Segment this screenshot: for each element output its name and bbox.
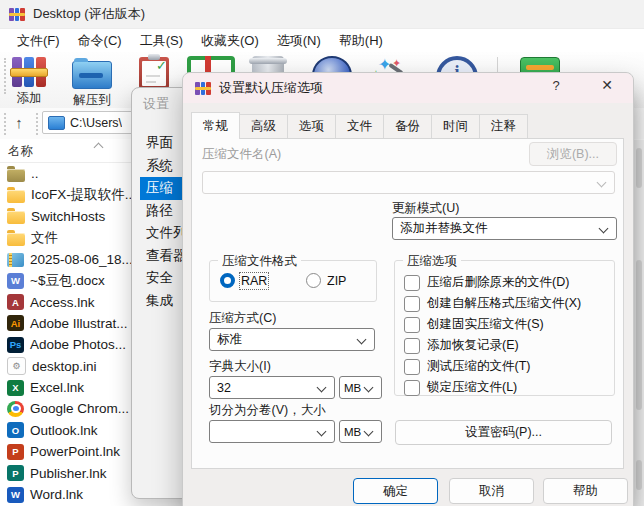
update-mode-label: 更新模式(U) [392, 200, 459, 217]
folder-icon [7, 233, 25, 246]
radio-dot [306, 273, 321, 288]
menu-file[interactable]: 文件(F) [8, 30, 69, 52]
checkbox [404, 296, 420, 312]
split-volumes-label: 切分为分卷(V)，大小 [209, 402, 326, 419]
cancel-button[interactable]: 取消 [449, 478, 534, 504]
dictionary-unit-combo[interactable]: MB [339, 376, 382, 399]
solid-checkbox[interactable]: 创建固实压缩文件(S) [404, 316, 544, 333]
vertical-scrollbar[interactable] [633, 140, 644, 506]
checkbox [404, 317, 420, 333]
access-icon: A [7, 294, 24, 310]
dialog-close-button[interactable]: ✕ [595, 77, 619, 99]
zip-radio[interactable]: ZIP [306, 273, 346, 288]
compression-method-combo[interactable]: 标准 [209, 328, 375, 351]
checkbox [404, 275, 420, 291]
sfx-checkbox[interactable]: 创建自解压格式压缩文件(X) [404, 295, 581, 312]
update-mode-combo[interactable]: 添加并替换文件 [392, 217, 617, 240]
illustrator-icon: Ai [7, 315, 24, 331]
toolbar-gripper[interactable] [4, 58, 6, 94]
add-archive-icon [12, 57, 46, 87]
volume-unit-combo[interactable]: MB [339, 420, 382, 443]
dictionary-size-label: 字典大小(I) [209, 358, 271, 375]
address-gripper[interactable] [36, 113, 38, 135]
folder-icon [7, 190, 25, 203]
menu-tools[interactable]: 工具(S) [131, 30, 192, 52]
lock-archive-checkbox[interactable]: 锁定压缩文件(L) [404, 379, 517, 396]
radio-dot [220, 273, 235, 288]
browse-button[interactable]: 浏览(B)... [529, 142, 617, 166]
address-path: C:\Users\ [70, 116, 122, 130]
tab-options[interactable]: 选项 [287, 114, 336, 139]
word-icon: W [7, 487, 24, 503]
menu-options[interactable]: 选项(N) [268, 30, 330, 52]
address-gripper[interactable] [4, 113, 6, 135]
checkbox [404, 338, 420, 354]
winrar-main-window: Desktop (评估版本) 文件(F) 命令(C) 工具(S) 收藏夹(O) … [0, 0, 644, 506]
dialog-help-button[interactable]: ? [545, 78, 567, 98]
dialog-tabs: 常规 高级 选项 文件 备份 时间 注释 [191, 112, 528, 139]
powerpoint-icon: P [7, 444, 24, 460]
chrome-icon [7, 401, 24, 417]
tab-time[interactable]: 时间 [431, 114, 480, 139]
menu-favorites[interactable]: 收藏夹(O) [192, 30, 268, 52]
publisher-icon: P [7, 465, 24, 481]
extract-to-button[interactable]: 解压到 [72, 57, 112, 109]
settings-clipboard-icon [139, 57, 169, 89]
set-password-button[interactable]: 设置密码(P)... [395, 420, 612, 445]
archive-image-icon [7, 253, 24, 267]
excel-icon: X [7, 380, 24, 396]
drive-icon [48, 116, 65, 130]
archive-name-label: 压缩文件名(A) [202, 146, 281, 163]
tab-files[interactable]: 文件 [335, 114, 384, 139]
compression-options-dialog: 设置默认压缩选项 ? ✕ 常规 高级 选项 文件 备份 时间 注释 压缩文件名(… [182, 72, 634, 506]
compression-method-label: 压缩方式(C) [209, 310, 276, 327]
dictionary-size-combo[interactable]: 32 [209, 376, 335, 399]
archive-name-combo[interactable] [202, 171, 615, 194]
test-files-checkbox[interactable]: 测试压缩的文件(T) [404, 358, 530, 375]
help-button[interactable]: 帮助 [543, 478, 628, 504]
winrar-dialog-icon [195, 82, 211, 95]
volume-size-combo[interactable] [209, 420, 335, 443]
outlook-icon: O [7, 422, 24, 438]
tab-backup[interactable]: 备份 [383, 114, 432, 139]
up-directory-button[interactable]: ↑ [8, 111, 30, 133]
folder-icon [7, 211, 25, 224]
extract-folder-icon [72, 61, 112, 89]
archive-format-group: 压缩文件格式 RAR ZIP [209, 260, 377, 302]
dialog-title: 设置默认压缩选项 [219, 79, 323, 97]
ok-button[interactable]: 确定 [353, 478, 438, 504]
word-temp-icon: W [7, 273, 24, 289]
tab-comment[interactable]: 注释 [479, 114, 528, 139]
tab-advanced[interactable]: 高级 [239, 114, 288, 139]
recovery-record-checkbox[interactable]: 添加恢复记录(E) [404, 337, 519, 354]
sort-ascending-icon [94, 143, 104, 153]
winrar-app-icon [9, 8, 25, 21]
main-window-title: Desktop (评估版本) [33, 5, 145, 23]
general-tab-page: 压缩文件名(A) 浏览(B)... 更新模式(U) 添加并替换文件 压缩文件格式… [191, 138, 624, 469]
menu-help[interactable]: 帮助(H) [330, 30, 392, 52]
checkbox [404, 359, 420, 375]
delete-after-checkbox[interactable]: 压缩后删除原来的文件(D) [404, 274, 569, 291]
menubar: 文件(F) 命令(C) 工具(S) 收藏夹(O) 选项(N) 帮助(H) [0, 29, 644, 52]
parent-folder-icon [7, 169, 25, 182]
rar-radio[interactable]: RAR [220, 273, 267, 288]
settings-window-title: 设置 [143, 95, 169, 113]
name-column-header[interactable]: 名称 [8, 143, 33, 160]
checkbox [404, 380, 420, 396]
main-titlebar: Desktop (评估版本) [0, 0, 644, 29]
tab-general[interactable]: 常规 [191, 112, 240, 139]
add-button[interactable]: 添加 [12, 57, 46, 107]
menu-commands[interactable]: 命令(C) [69, 30, 131, 52]
ini-file-icon: ⚙ [7, 357, 26, 375]
photoshop-icon: Ps [7, 337, 24, 353]
compression-options-group: 压缩选项 压缩后删除原来的文件(D) 创建自解压格式压缩文件(X) 创建固实压缩… [394, 260, 615, 396]
